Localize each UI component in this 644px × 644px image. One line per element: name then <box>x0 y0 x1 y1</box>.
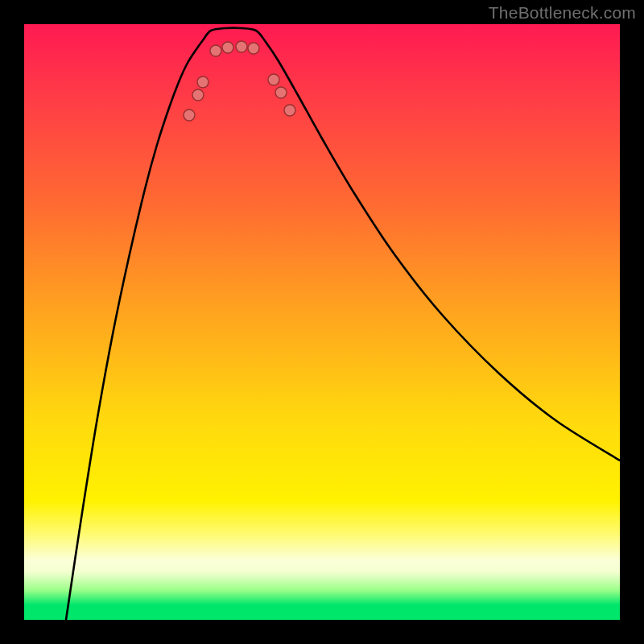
curve-marker <box>248 43 259 54</box>
curve-markers <box>184 41 295 121</box>
curve-marker <box>210 45 221 56</box>
curve-marker <box>184 109 195 121</box>
watermark-text: TheBottleneck.com <box>489 3 636 23</box>
bottleneck-curve <box>66 28 620 620</box>
curve-marker <box>222 42 233 53</box>
plot-area <box>24 24 620 620</box>
chart-frame: TheBottleneck.com <box>0 0 644 644</box>
curve-marker <box>197 76 208 88</box>
curve-marker <box>236 41 247 52</box>
curve-marker <box>275 87 287 98</box>
curve-marker <box>268 74 279 85</box>
curve-marker <box>192 89 204 101</box>
curve-layer <box>24 24 620 620</box>
curve-marker <box>284 105 295 116</box>
